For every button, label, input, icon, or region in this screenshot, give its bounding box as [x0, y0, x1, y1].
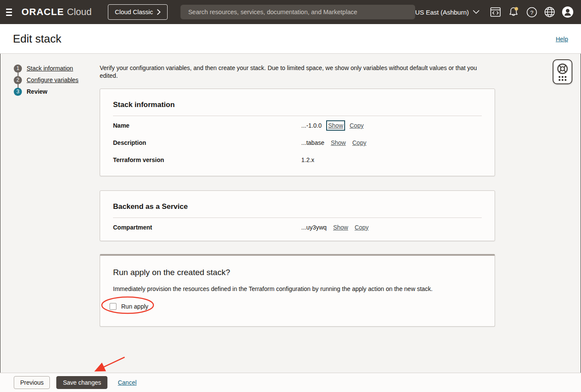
- name-show-link[interactable]: Show: [328, 122, 343, 129]
- step-stack-information[interactable]: 1 Stack information: [14, 64, 79, 73]
- help-question-icon[interactable]: ?: [523, 3, 541, 21]
- oracle-cloud-logo: ORACLE Cloud: [21, 6, 92, 18]
- panel-divider: [113, 116, 482, 116]
- compartment-copy-link[interactable]: Copy: [355, 224, 369, 231]
- drag-handle-dots-icon: [559, 76, 566, 81]
- description-value-group: ...tabase Show Copy: [301, 139, 366, 146]
- hamburger-menu-icon[interactable]: [6, 9, 12, 16]
- language-globe-icon[interactable]: [541, 3, 559, 21]
- wizard-footer: Previous Save changes Cancel: [0, 373, 581, 392]
- previous-button[interactable]: Previous: [14, 376, 50, 389]
- step-review: 3 Review: [14, 87, 79, 96]
- user-avatar[interactable]: [559, 3, 577, 21]
- topbar-right-controls: US East (Ashburn): [415, 3, 581, 21]
- cloud-shell-icon[interactable]: [486, 3, 505, 21]
- svg-text:?: ?: [530, 9, 533, 15]
- run-apply-checkbox-label: Run apply: [121, 303, 148, 310]
- backend-panel: Backend as a Service Compartment ...uy3y…: [100, 190, 495, 241]
- page-header: Edit stack Help: [0, 24, 581, 54]
- compartment-label: Compartment: [113, 224, 301, 231]
- name-value-group: ...-1.0.0 Show Copy: [301, 122, 364, 129]
- step-2-label[interactable]: Configure variables: [27, 77, 79, 83]
- run-apply-checkbox-row: Run apply: [110, 303, 495, 310]
- description-copy-link[interactable]: Copy: [352, 139, 367, 146]
- global-search: [180, 5, 415, 19]
- notifications-bell-icon[interactable]: [505, 3, 523, 21]
- review-intro-text: Verify your configuration variables, and…: [100, 64, 489, 80]
- name-label: Name: [113, 122, 301, 129]
- region-label: US East (Ashburn): [415, 9, 469, 16]
- step-1-circle: 1: [14, 64, 22, 73]
- chevron-down-icon: [473, 10, 480, 14]
- step-3-circle: 3: [14, 88, 22, 96]
- brand-cloud-text: Cloud: [67, 6, 92, 18]
- step-3-label: Review: [27, 88, 47, 95]
- wizard-steps: 1 Stack information 2 Configure variable…: [14, 64, 79, 99]
- top-navigation-bar: ORACLE Cloud Cloud Classic US East (Ashb…: [0, 0, 581, 24]
- brand-oracle-text: ORACLE: [21, 6, 64, 18]
- run-apply-checkbox[interactable]: [110, 303, 116, 310]
- description-show-link[interactable]: Show: [331, 139, 346, 146]
- stack-information-panel: Stack information Name ...-1.0.0 Show Co…: [100, 89, 495, 176]
- save-changes-arrow: [96, 357, 125, 371]
- run-apply-panel: Run apply on the created stack? Immediat…: [100, 254, 495, 327]
- cancel-link[interactable]: Cancel: [118, 379, 137, 386]
- page-title: Edit stack: [13, 32, 61, 46]
- step-2-circle: 2: [14, 76, 22, 84]
- compartment-value-group: ...uy3ywq Show Copy: [301, 224, 369, 231]
- terraform-version-row: Terraform version 1.2.x: [113, 151, 482, 168]
- notification-dot: [515, 7, 518, 11]
- search-input[interactable]: [180, 5, 415, 19]
- run-apply-description: Immediately provision the resources defi…: [113, 285, 482, 292]
- region-selector[interactable]: US East (Ashburn): [415, 9, 480, 16]
- name-row: Name ...-1.0.0 Show Copy: [113, 117, 482, 134]
- life-ring-icon: [557, 63, 568, 74]
- description-value: ...tabase: [301, 139, 324, 146]
- backend-title: Backend as a Service: [113, 202, 482, 211]
- stack-information-title: Stack information: [113, 101, 482, 109]
- description-row: Description ...tabase Show Copy: [113, 134, 482, 151]
- assistant-widget[interactable]: [553, 59, 572, 84]
- cloud-classic-button[interactable]: Cloud Classic: [108, 4, 168, 20]
- description-label: Description: [113, 139, 301, 146]
- oracle-cloud-edit-stack-page: ORACLE Cloud Cloud Classic US East (Ashb…: [0, 0, 581, 392]
- compartment-row: Compartment ...uy3ywq Show Copy: [113, 219, 482, 236]
- terraform-version-label: Terraform version: [113, 156, 301, 163]
- chevron-right-icon: [157, 9, 161, 15]
- name-copy-link[interactable]: Copy: [350, 122, 364, 129]
- help-link[interactable]: Help: [556, 36, 568, 43]
- name-value: ...-1.0.0: [301, 122, 321, 129]
- step-configure-variables[interactable]: 2 Configure variables: [14, 76, 79, 84]
- compartment-show-link[interactable]: Show: [333, 224, 348, 231]
- compartment-value: ...uy3ywq: [301, 224, 327, 231]
- panel-divider: [113, 217, 482, 218]
- save-changes-button[interactable]: Save changes: [56, 376, 107, 389]
- cloud-classic-label: Cloud Classic: [115, 9, 153, 15]
- step-1-label[interactable]: Stack information: [27, 65, 73, 72]
- run-apply-title: Run apply on the created stack?: [113, 268, 482, 277]
- terraform-version-value: 1.2.x: [301, 156, 314, 163]
